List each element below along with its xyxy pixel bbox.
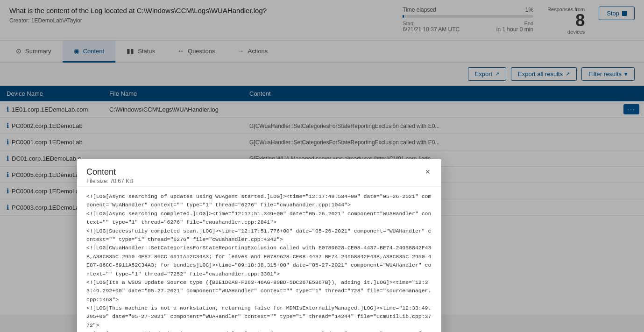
modal-header: Content File size: 70.67 KB × [77,159,441,186]
content-modal: Content File size: 70.67 KB × <![LOG[Asy… [77,159,441,332]
close-icon: × [425,167,430,177]
modal-close-button[interactable]: × [423,167,432,177]
modal-title: Content [86,167,133,177]
modal-overlay: Content File size: 70.67 KB × <![LOG[Asy… [0,0,644,332]
file-size-value: 70.67 KB [110,178,133,184]
modal-content-text: <![LOG[Async searching of updates using … [77,186,441,332]
modal-title-section: Content File size: 70.67 KB [86,167,133,184]
file-size-label: File size: [86,178,108,184]
modal-subtitle: File size: 70.67 KB [86,178,133,184]
